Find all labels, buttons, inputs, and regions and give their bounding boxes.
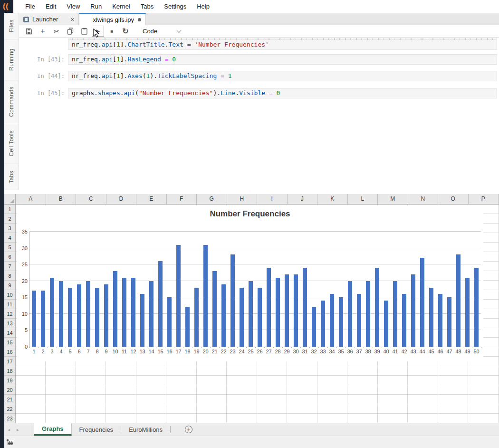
x-axis-tick [364, 347, 364, 348]
sheet-nav-left-icon[interactable]: ◂ [4, 423, 13, 436]
chart-bar [104, 284, 108, 347]
x-axis-tick [75, 347, 75, 348]
row-header-3[interactable]: 3 [4, 224, 15, 233]
sheet-tab-graphs[interactable]: Graphs [34, 423, 72, 436]
column-header-e[interactable]: E [136, 194, 167, 204]
row-header-17[interactable]: 17 [4, 357, 15, 366]
column-header-d[interactable]: D [106, 194, 137, 204]
x-tick-label: 41 [391, 349, 400, 354]
row-header-23[interactable]: 23 [4, 414, 15, 423]
menu-item-kernel[interactable]: Kernel [107, 3, 135, 10]
row-header-19[interactable]: 19 [4, 376, 15, 385]
column-header-i[interactable]: I [257, 194, 288, 204]
column-header-f[interactable]: F [167, 194, 197, 204]
menu-item-edit[interactable]: Edit [40, 3, 61, 10]
x-axis-tick [183, 347, 183, 348]
column-header-a[interactable]: A [16, 194, 46, 204]
row-header-2[interactable]: 2 [4, 214, 15, 224]
column-header-c[interactable]: C [76, 194, 106, 204]
column-header-l[interactable]: L [348, 194, 378, 204]
cell-type-label: Code [143, 28, 157, 35]
chart-title: Number Frequencies [17, 209, 483, 219]
menu-item-run[interactable]: Run [85, 3, 107, 10]
column-header-b[interactable]: B [46, 194, 77, 204]
x-axis-tick [273, 347, 274, 348]
column-header-k[interactable]: K [317, 194, 348, 204]
row-header-4[interactable]: 4 [4, 233, 15, 243]
row-header-16[interactable]: 16 [4, 347, 15, 357]
column-header-m[interactable]: M [378, 194, 408, 204]
menu-item-tabs[interactable]: Tabs [135, 3, 159, 10]
x-tick-label: 50 [472, 349, 481, 354]
x-tick-label: 47 [445, 349, 454, 354]
cut-button[interactable]: ✂ [50, 26, 63, 37]
close-icon[interactable]: × [70, 16, 74, 23]
x-axis-tick [38, 347, 39, 348]
column-header-g[interactable]: G [197, 194, 227, 204]
cell-type-dropdown[interactable]: Code [143, 28, 181, 35]
menu-item-help[interactable]: Help [192, 3, 215, 10]
x-tick-label: 7 [84, 349, 93, 354]
cell-prompt: In [43]: [33, 54, 65, 65]
copy-button[interactable] [64, 26, 77, 37]
column-header-h[interactable]: H [227, 194, 258, 204]
row-header-12[interactable]: 12 [4, 309, 15, 319]
row-header-9[interactable]: 9 [4, 281, 15, 290]
column-header-n[interactable]: N [408, 194, 439, 204]
x-axis-tick [300, 347, 301, 348]
cell-input[interactable]: nr_freq.api[1].Axes(1).TickLabelSpacing … [68, 71, 497, 81]
row-header-8[interactable]: 8 [4, 271, 15, 281]
y-tick-label: 25 [17, 262, 28, 267]
menu-bar: FileEditViewRunKernelTabsSettingsHelp [13, 0, 499, 13]
column-header-p[interactable]: P [469, 194, 499, 204]
sidebar-item-label: Files [8, 19, 15, 32]
row-header-7[interactable]: 7 [4, 262, 15, 271]
restart-button[interactable]: ↻ [119, 26, 132, 37]
sheet-tab-euromillions[interactable]: EuroMillions [121, 423, 170, 436]
stop-button[interactable]: ■ [106, 26, 118, 37]
menu-item-file[interactable]: File [20, 3, 40, 10]
row-header-11[interactable]: 11 [4, 300, 15, 309]
menu-item-settings[interactable]: Settings [159, 3, 192, 10]
x-tick-label: 25 [246, 349, 255, 354]
column-header-o[interactable]: O [438, 194, 469, 204]
row-header-14[interactable]: 14 [4, 328, 15, 338]
chart-bar [474, 268, 479, 347]
cell-input[interactable]: nr_freq.api[1].HasLegend = 0 [68, 54, 497, 65]
row-header-18[interactable]: 18 [4, 366, 15, 376]
tab-launcher[interactable]: Launcher× [19, 13, 79, 25]
select-all-button[interactable] [4, 194, 16, 204]
paste-button[interactable] [78, 26, 90, 37]
chart-bar [59, 281, 63, 347]
row-header-5[interactable]: 5 [4, 243, 15, 252]
row-header-22[interactable]: 22 [4, 404, 15, 414]
excel-status-bar [4, 436, 499, 448]
row-header-1[interactable]: 1 [4, 205, 15, 214]
cell-input[interactable]: nr_freq.api[1].ChartTitle.Text = 'Number… [68, 39, 497, 50]
frequency-chart[interactable]: Number Frequencies 051015202530351234567… [17, 205, 483, 361]
sidebar-item-files[interactable]: Files [4, 13, 19, 39]
row-header-10[interactable]: 10 [4, 290, 15, 300]
add-button[interactable]: + [37, 26, 49, 37]
row-header-21[interactable]: 21 [4, 395, 15, 404]
sheet-nav-right-icon[interactable]: ▸ [13, 423, 22, 436]
macro-record-icon[interactable] [6, 439, 14, 445]
row-header-20[interactable]: 20 [4, 385, 15, 395]
x-tick-label: 37 [355, 349, 364, 354]
sidebar-item-commands[interactable]: Commands [4, 80, 19, 123]
row-header-15[interactable]: 15 [4, 338, 15, 347]
column-header-j[interactable]: J [288, 194, 318, 204]
save-button[interactable] [23, 26, 35, 37]
sidebar-item-cell-tools[interactable]: Cell Tools [4, 123, 19, 164]
new-sheet-button[interactable]: + [185, 426, 192, 433]
chart-bar [366, 281, 370, 347]
sheet-tab-frequencies[interactable]: Frequencies [72, 423, 121, 436]
row-header-6[interactable]: 6 [4, 252, 15, 262]
sidebar-item-tabs[interactable]: Tabs [4, 164, 19, 190]
tab-xlwings-gifs-ipy[interactable]: xlwings gifs.ipy [79, 13, 146, 25]
cell-input[interactable]: graphs.shapes.api("Number Frequencies").… [68, 88, 497, 98]
sidebar-item-running[interactable]: Running [4, 39, 19, 80]
row-header-13[interactable]: 13 [4, 319, 15, 328]
menu-item-view[interactable]: View [61, 3, 85, 10]
chart-bar [185, 307, 190, 347]
